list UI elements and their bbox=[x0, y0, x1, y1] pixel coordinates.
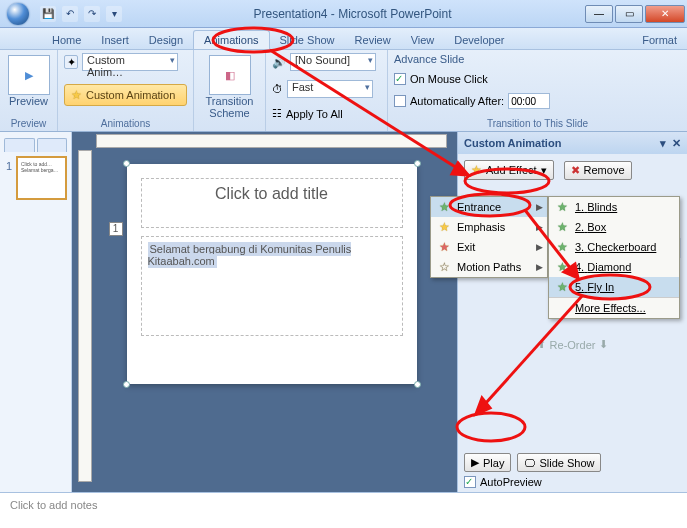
effect-box[interactable]: ★2. Box bbox=[549, 217, 679, 237]
star-icon: ★ bbox=[555, 200, 569, 214]
animation-sequence-badge[interactable]: 1 bbox=[109, 222, 123, 236]
remove-effect-button[interactable]: ✖Remove bbox=[564, 161, 632, 180]
add-effect-menu: ★Entrance▶ ★Emphasis▶ ★Exit▶ ☆Motion Pat… bbox=[430, 196, 548, 278]
star-icon: ★ bbox=[471, 163, 482, 177]
slide-thumbnail-1[interactable]: 1Click to add…Selamat berga… bbox=[16, 156, 67, 200]
save-icon[interactable]: 💾 bbox=[40, 6, 56, 22]
preview-button[interactable]: ▶ Preview bbox=[6, 53, 51, 109]
add-effect-button[interactable]: ★Add Effect ▾ bbox=[464, 160, 554, 180]
horizontal-ruler bbox=[96, 134, 447, 148]
reorder-up-icon[interactable]: ⬆ bbox=[537, 338, 546, 351]
menu-motion-paths[interactable]: ☆Motion Paths▶ bbox=[431, 257, 547, 277]
notes-pane[interactable]: Click to add notes bbox=[0, 492, 687, 528]
custom-anim-dropdown[interactable]: Custom Anim… bbox=[82, 53, 178, 71]
auto-after-checkbox[interactable] bbox=[394, 95, 406, 107]
autopreview-label: AutoPreview bbox=[480, 476, 542, 488]
play-button[interactable]: ▶ Play bbox=[464, 453, 511, 472]
effect-blinds[interactable]: ★1. Blinds bbox=[549, 197, 679, 217]
star-icon: ★ bbox=[437, 200, 451, 214]
advance-slide-label: Advance Slide bbox=[394, 53, 681, 65]
tab-view[interactable]: View bbox=[401, 31, 445, 49]
tab-home[interactable]: Home bbox=[42, 31, 91, 49]
title-placeholder[interactable]: Click to add title bbox=[141, 178, 403, 228]
ribbon: ▶ Preview Preview ✦Custom Anim… ★Custom … bbox=[0, 50, 687, 132]
tab-developer[interactable]: Developer bbox=[444, 31, 514, 49]
slideshow-button[interactable]: 🖵 Slide Show bbox=[517, 453, 601, 472]
redo-icon[interactable]: ↷ bbox=[84, 6, 100, 22]
star-icon: ★ bbox=[555, 220, 569, 234]
sound-icon: 🔊 bbox=[272, 56, 286, 69]
tab-animations[interactable]: Animations bbox=[193, 30, 269, 49]
close-button[interactable]: ✕ bbox=[645, 5, 685, 23]
apply-all-icon: ☷ bbox=[272, 107, 282, 120]
group-label-preview: Preview bbox=[6, 118, 51, 129]
menu-emphasis[interactable]: ★Emphasis▶ bbox=[431, 217, 547, 237]
tab-insert[interactable]: Insert bbox=[91, 31, 139, 49]
taskpane-close-icon[interactable]: ✕ bbox=[672, 137, 681, 150]
group-label-animations: Animations bbox=[64, 118, 187, 129]
group-label-transition: Transition to This Slide bbox=[394, 118, 681, 129]
star-icon: ★ bbox=[555, 260, 569, 274]
apply-to-all-button[interactable]: Apply To All bbox=[286, 108, 343, 120]
title-bar: 💾 ↶ ↷ ▾ Presentation4 - Microsoft PowerP… bbox=[0, 0, 687, 28]
effect-fly-in[interactable]: ★5. Fly In bbox=[549, 277, 679, 297]
maximize-button[interactable]: ▭ bbox=[615, 5, 643, 23]
transition-scheme-label: Transition Scheme bbox=[206, 95, 254, 119]
tab-slide-show[interactable]: Slide Show bbox=[270, 31, 345, 49]
custom-animation-button[interactable]: ★Custom Animation bbox=[64, 84, 187, 106]
star-icon: ☆ bbox=[437, 260, 451, 274]
tab-format[interactable]: Format bbox=[632, 31, 687, 49]
undo-icon[interactable]: ↶ bbox=[62, 6, 78, 22]
slide-panel: 1Click to add…Selamat berga… bbox=[0, 132, 72, 492]
menu-entrance[interactable]: ★Entrance▶ bbox=[431, 197, 547, 217]
minimize-button[interactable]: — bbox=[585, 5, 613, 23]
transition-sound-dropdown[interactable]: [No Sound] bbox=[290, 53, 376, 71]
star-icon: ★ bbox=[555, 280, 569, 294]
speed-icon: ⏱ bbox=[272, 83, 283, 95]
taskpane-title: Custom Animation bbox=[464, 137, 561, 149]
star-icon: ★ bbox=[555, 240, 569, 254]
preview-label: Preview bbox=[9, 95, 48, 107]
entrance-effects-menu: ★1. Blinds ★2. Box ★3. Checkerboard ★4. … bbox=[548, 196, 680, 319]
tab-review[interactable]: Review bbox=[345, 31, 401, 49]
transition-speed-dropdown[interactable]: Fast bbox=[287, 80, 373, 98]
print-icon[interactable]: ▾ bbox=[106, 6, 122, 22]
transition-scheme-button[interactable]: ◧ Transition Scheme bbox=[200, 53, 259, 121]
star-icon: ★ bbox=[437, 220, 451, 234]
outline-tab[interactable] bbox=[37, 138, 68, 152]
office-button[interactable] bbox=[0, 0, 36, 28]
animate-icon: ✦ bbox=[64, 55, 78, 69]
tab-design[interactable]: Design bbox=[139, 31, 193, 49]
quick-access-toolbar: 💾 ↶ ↷ ▾ bbox=[40, 6, 122, 22]
taskpane-dropdown-icon[interactable]: ▾ bbox=[660, 137, 666, 150]
ribbon-tabs: Home Insert Design Animations Slide Show… bbox=[0, 28, 687, 50]
vertical-ruler bbox=[78, 150, 92, 482]
transition-icon: ◧ bbox=[209, 55, 251, 95]
star-icon: ★ bbox=[71, 88, 82, 102]
effect-checkerboard[interactable]: ★3. Checkerboard bbox=[549, 237, 679, 257]
auto-after-time[interactable] bbox=[508, 93, 550, 109]
reorder-down-icon[interactable]: ⬇ bbox=[599, 338, 608, 351]
slides-tab[interactable] bbox=[4, 138, 35, 152]
window-title: Presentation4 - Microsoft PowerPoint bbox=[122, 7, 583, 21]
effect-more-effects[interactable]: More Effects... bbox=[549, 298, 679, 318]
remove-icon: ✖ bbox=[571, 164, 580, 177]
preview-icon: ▶ bbox=[8, 55, 50, 95]
autopreview-checkbox[interactable] bbox=[464, 476, 476, 488]
on-mouse-click-checkbox[interactable] bbox=[394, 73, 406, 85]
menu-exit[interactable]: ★Exit▶ bbox=[431, 237, 547, 257]
auto-after-label: Automatically After: bbox=[410, 95, 504, 107]
slide-canvas[interactable]: 1 Click to add title Selamat bergabung d… bbox=[127, 164, 417, 384]
slide-editor: 1 Click to add title Selamat bergabung d… bbox=[72, 132, 457, 492]
star-icon: ★ bbox=[437, 240, 451, 254]
on-mouse-click-label: On Mouse Click bbox=[410, 73, 488, 85]
reorder-controls: ⬆ Re-Order ⬇ bbox=[464, 338, 681, 351]
content-placeholder[interactable]: Selamat bergabung di Komunitas Penulis K… bbox=[141, 236, 403, 336]
content-text: Selamat bergabung di Komunitas Penulis K… bbox=[148, 242, 352, 268]
effect-diamond[interactable]: ★4. Diamond bbox=[549, 257, 679, 277]
